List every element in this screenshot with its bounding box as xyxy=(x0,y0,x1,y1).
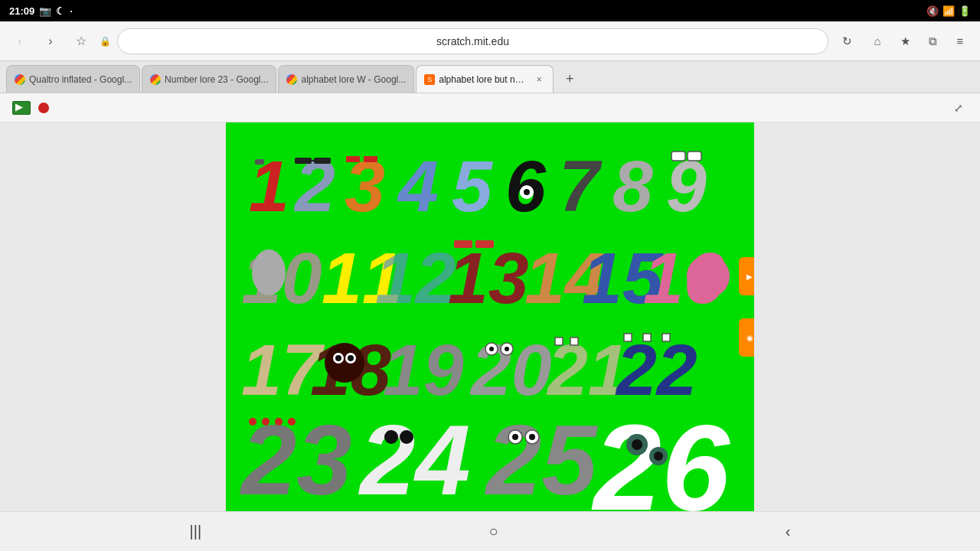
tab3-label: alphabet lore W - Googl... xyxy=(301,74,406,85)
svg-point-55 xyxy=(288,418,296,425)
svg-text:12: 12 xyxy=(375,237,456,318)
status-time: 21:09 xyxy=(9,5,34,17)
bottom-back-button[interactable]: ‹ xyxy=(770,517,806,546)
side-button-top[interactable]: ▶ xyxy=(739,257,754,295)
bookmark-button[interactable]: ☆ xyxy=(69,29,93,54)
svg-rect-49 xyxy=(643,334,651,341)
svg-point-14 xyxy=(524,189,530,195)
favorites-button[interactable]: ★ xyxy=(893,29,917,54)
reload-button[interactable]: ↻ xyxy=(835,29,859,54)
status-bar: 21:09 📷 ☾ · 🔇 📶 🔋 xyxy=(0,0,980,21)
bottom-home-button[interactable]: ○ xyxy=(473,517,513,546)
svg-text:5: 5 xyxy=(452,145,493,227)
svg-rect-50 xyxy=(662,334,670,341)
back-button[interactable]: ‹ xyxy=(8,29,32,54)
svg-point-35 xyxy=(335,355,341,361)
side-btn-bottom-icon: ◉ xyxy=(746,334,753,342)
svg-point-61 xyxy=(512,434,518,440)
svg-point-54 xyxy=(275,418,283,425)
address-bar[interactable]: scratch.mit.edu xyxy=(117,28,828,54)
tab-alphabet-lore-numbers[interactable]: S alphabet lore but nu... × xyxy=(416,65,554,93)
svg-text:25: 25 xyxy=(484,404,598,511)
svg-text:7: 7 xyxy=(559,145,603,227)
status-left: 21:09 📷 ☾ · xyxy=(9,5,73,17)
tab4-label: alphabet lore but nu... xyxy=(439,74,526,85)
browser-chrome: ‹ › ☆ 🔒 scratch.mit.edu ↻ ⌂ ★ ⧉ ≡ Qualtr… xyxy=(0,21,980,551)
svg-text:19: 19 xyxy=(383,329,464,410)
svg-rect-18 xyxy=(671,152,685,161)
side-button-bottom[interactable]: ◉ xyxy=(739,318,754,357)
tab4-favicon: S xyxy=(424,74,435,85)
svg-point-30 xyxy=(687,255,730,298)
green-flag-button[interactable] xyxy=(12,101,31,115)
svg-point-52 xyxy=(249,418,256,425)
svg-point-68 xyxy=(654,452,663,461)
menu-lines-icon: ||| xyxy=(190,523,202,540)
svg-text:1: 1 xyxy=(249,145,289,227)
tab1-favicon xyxy=(15,74,25,85)
home-circle-icon: ○ xyxy=(488,523,498,540)
svg-point-58 xyxy=(400,430,413,444)
nav-bar: ‹ › ☆ 🔒 scratch.mit.edu ↻ ⌂ ★ ⧉ ≡ xyxy=(0,21,980,61)
menu-button[interactable]: ≡ xyxy=(948,29,972,54)
svg-rect-26 xyxy=(475,240,494,248)
svg-text:24: 24 xyxy=(358,404,471,511)
svg-rect-2 xyxy=(255,159,264,165)
home-button[interactable]: ⌂ xyxy=(865,29,890,54)
tabs-bar: Qualtro inflated - Googl... Number lore … xyxy=(0,61,980,93)
svg-text:20: 20 xyxy=(469,329,552,410)
svg-point-41 xyxy=(489,347,494,351)
tab2-label: Number lore 23 - Googl... xyxy=(165,74,268,85)
fullscreen-button[interactable]: ⤢ xyxy=(949,99,968,117)
svg-point-33 xyxy=(325,343,364,383)
svg-rect-8 xyxy=(346,156,360,162)
bottom-nav: ||| ○ ‹ xyxy=(0,511,980,551)
svg-point-66 xyxy=(632,439,642,450)
scratch-toolbar: ⤢ xyxy=(0,93,980,122)
svg-rect-9 xyxy=(364,156,377,162)
tab-qualtro[interactable]: Qualtro inflated - Googl... xyxy=(6,65,140,93)
scratch-embed: 1 2 3 4 5 xyxy=(226,122,754,511)
wifi-icon: 📶 xyxy=(942,5,955,17)
number-lore-canvas: 1 2 3 4 5 xyxy=(226,122,754,511)
tab-number-lore[interactable]: Number lore 23 - Googl... xyxy=(142,65,276,93)
svg-rect-25 xyxy=(454,240,472,248)
svg-text:2: 2 xyxy=(293,145,335,227)
svg-text:13: 13 xyxy=(448,237,529,318)
mute-icon: 🔇 xyxy=(926,5,939,17)
svg-rect-45 xyxy=(555,337,563,345)
url-text: scratch.mit.edu xyxy=(129,35,817,47)
svg-point-57 xyxy=(384,430,398,444)
battery-icon: 🔋 xyxy=(959,5,971,17)
bottom-menu-button[interactable]: ||| xyxy=(175,517,217,546)
camera-icon: 📷 xyxy=(39,5,51,17)
tab4-close-button[interactable]: × xyxy=(533,73,545,86)
svg-point-43 xyxy=(505,347,509,351)
stop-button[interactable] xyxy=(38,103,49,113)
tabs-button[interactable]: ⧉ xyxy=(920,29,945,54)
content-area: 1 2 3 4 5 xyxy=(0,122,980,511)
svg-point-53 xyxy=(262,418,270,425)
svg-text:4: 4 xyxy=(397,145,439,227)
tab2-favicon xyxy=(150,74,161,85)
svg-rect-5 xyxy=(314,158,331,164)
svg-point-37 xyxy=(348,355,354,361)
svg-rect-19 xyxy=(688,152,701,161)
add-tab-button[interactable]: + xyxy=(558,67,581,90)
svg-point-21 xyxy=(252,249,286,295)
side-btn-top-icon: ▶ xyxy=(746,272,753,281)
back-chevron-icon: ‹ xyxy=(786,523,791,540)
tab-alphabet-lore-w[interactable]: alphabet lore W - Googl... xyxy=(278,65,414,93)
svg-rect-4 xyxy=(295,158,312,164)
lock-icon: 🔒 xyxy=(100,36,111,47)
status-right: 🔇 📶 🔋 xyxy=(926,5,971,17)
tab3-favicon xyxy=(286,74,297,85)
tab1-label: Qualtro inflated - Googl... xyxy=(29,74,132,85)
moon-icon: ☾ xyxy=(56,5,65,17)
svg-point-63 xyxy=(529,434,535,440)
svg-text:8: 8 xyxy=(612,145,653,227)
nav-icons: ⌂ ★ ⧉ ≡ xyxy=(865,29,972,54)
dot-indicator: · xyxy=(70,5,73,17)
forward-button[interactable]: › xyxy=(38,29,63,54)
svg-rect-46 xyxy=(570,337,578,345)
